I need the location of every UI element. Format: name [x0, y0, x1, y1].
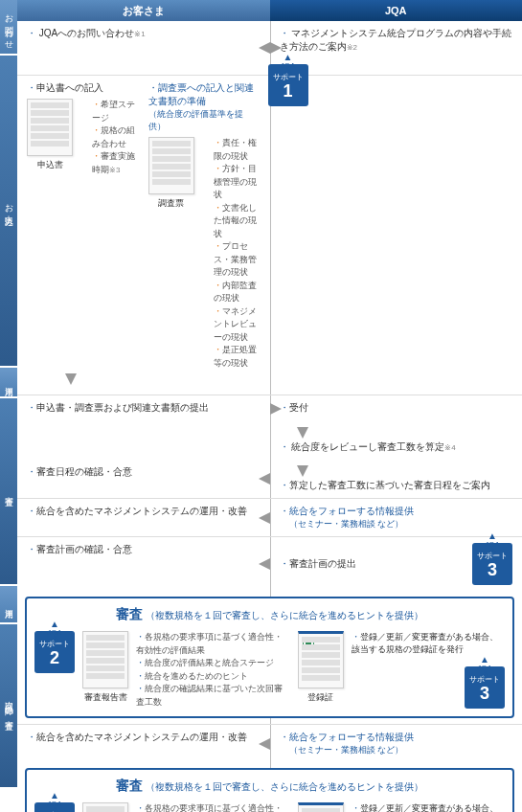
support-badge-3a: JQAの サポート 3 [472, 543, 512, 585]
header-jqa: JQA [270, 0, 523, 21]
operate2-customer: 統合を含めたマネジメントシステムの運用・改善 [27, 731, 261, 744]
doc-thumb-report-2 [82, 802, 128, 812]
operate2-jqa-sub: （セミナー・業務相談 など） [289, 744, 513, 756]
survey-sub: （統合度の評価基準を提供） [148, 108, 261, 133]
arrow-left-icon [259, 738, 270, 750]
audit-points-2: 各規格の要求事項に基づく適合性・有効性の評価結果 統合度の評価結果と統合ステージ… [136, 802, 290, 812]
doc-label-cert: 登録証 [307, 691, 333, 704]
form-options: 希望ステージ 規格の組み合わせ 審査実施時期※3 [92, 99, 139, 176]
operate-customer: 統合を含めたマネジメントシステムの運用・改善 [27, 505, 261, 518]
arrow-left-icon [259, 473, 270, 485]
doc-label-survey: 調査票 [158, 197, 184, 210]
doc-thumb-report [82, 631, 128, 688]
doc-thumb-survey [148, 137, 194, 194]
operate2-jqa: 統合をフォローする情報提供 [280, 731, 513, 744]
review-text: 統合度をレビューし審査工数を算定※4 [280, 440, 513, 454]
arrow-down-icon [297, 465, 308, 477]
audit-title-2: 審査 （複数規格を１回で審査し、さらに統合を進めるヒントを提供） [34, 778, 505, 795]
doc-label-form: 申込書 [37, 159, 63, 171]
support-badge-3b: JQAの サポート 3 [465, 666, 505, 709]
arrow-down-icon [297, 427, 308, 439]
side-inquiry: お問合わせ [0, 0, 17, 56]
support-badge-2b: JQAの サポート 2 [34, 802, 75, 812]
schedule-jqa: 算定した審査工数に基づいた審査日程をご案内 [280, 479, 513, 492]
audit-box-1: 審査 （複数規格を１回で審査し、さらに統合を進めるヒントを提供） JQAの サポ… [25, 597, 514, 718]
audit-box-2: 審査 （複数規格を１回で審査し、さらに統合を進めるヒントを提供） JQAの サポ… [25, 768, 514, 812]
support-badge-2a: JQAの サポート 2 [34, 631, 75, 673]
arrow-left-icon [259, 512, 270, 524]
cert-text: 登録／更新／変更審査がある場合、該当する規格の登録証を発行 [352, 631, 506, 655]
side-operate1: 運用 [0, 368, 17, 398]
header-customer: お客さま [17, 0, 270, 21]
arrow-right-icon [270, 403, 282, 415]
audit-points: 各規格の要求事項に基づく適合性・有効性の評価結果 統合度の評価結果と統合ステージ… [136, 631, 290, 709]
arrow-left-icon [259, 558, 270, 570]
cert-text-2: 登録／更新／変更審査がある場合、該当する規格の登録証を発行 [352, 802, 506, 812]
doc-thumb-cert-2 [298, 802, 344, 812]
submit-text: 申込書・調査票および関連文書類の提出 [27, 401, 261, 415]
operate-jqa: 統合をフォローする情報提供 [280, 505, 513, 518]
schedule-customer: 審査日程の確認・合意 [27, 465, 261, 479]
side-apply: お申込み [0, 56, 17, 368]
operate-jqa-sub: （セミナー・業務相談 など） [289, 518, 513, 530]
plan-jqa: 審査計画の提出 [280, 557, 465, 571]
survey-title: 調査票への記入と関連文書類の準備 [148, 81, 261, 108]
inquiry-customer: JQAへのお問い合わせ※1 [27, 27, 261, 40]
arrow-down-icon [65, 373, 77, 385]
receive-text: 受付 [280, 401, 513, 415]
plan-customer: 審査計画の確認・合意 [27, 543, 261, 556]
doc-label-report: 審査報告書 [84, 691, 127, 704]
side-later: 次回以降の審査 [0, 624, 17, 789]
survey-options: 責任・権限の現状 方針・目標管理の現状 文書化した情報の現状 プロセス・業務管理… [214, 137, 261, 370]
support-badge-1: JQAの サポート 1 [268, 64, 308, 106]
doc-thumb-form [27, 99, 73, 156]
side-audit1: 審査 [0, 398, 17, 586]
inquiry-jqa: マネジメントシステム統合プログラムの内容や手続き方法のご案内※2 [280, 27, 513, 54]
side-operate2: 運用 [0, 586, 17, 624]
audit-title: 審査 （複数規格を１回で審査し、さらに統合を進めるヒントを提供） [34, 606, 505, 623]
arrow-left-icon [259, 42, 270, 54]
doc-thumb-cert [298, 631, 344, 688]
apply-fill: 申込書への記入 [27, 81, 139, 95]
